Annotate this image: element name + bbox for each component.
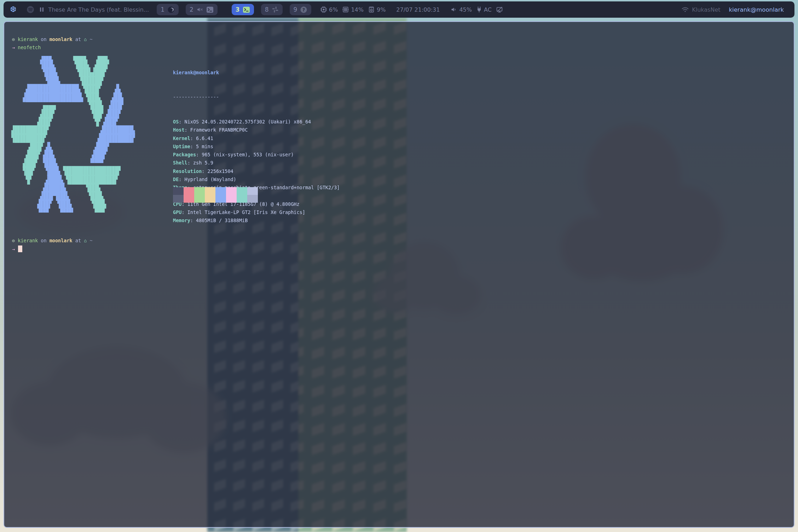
- neofetch-info-line: Kernel: 6.6.41: [173, 134, 340, 143]
- info-label: DE: [173, 177, 179, 182]
- prompt-segment: on: [38, 36, 46, 42]
- neofetch-info-line: DE: Hyprland (Wayland): [173, 175, 340, 184]
- wifi-icon: [681, 6, 689, 13]
- palette-swatch: [215, 195, 226, 203]
- nixos-launcher-icon[interactable]: ❆: [10, 6, 16, 13]
- power-value: AC: [484, 6, 492, 13]
- network-name: KlukasNet: [692, 6, 720, 13]
- prompt-arrow: →: [12, 246, 15, 252]
- prompt-segment: ⌂: [81, 238, 87, 243]
- info-value: : 965 (nix-system), 553 (nix-user): [196, 152, 294, 157]
- bar-right-group: KlukasNet kierank@moonlark: [681, 1, 784, 18]
- info-value: : Framework FRANBMCP0C: [185, 127, 248, 133]
- palette-swatch: [205, 187, 215, 195]
- prompt-segment: ⌂: [81, 36, 87, 42]
- disk-icon: [368, 6, 375, 13]
- neofetch-info-line: GPU: Intel TigerLake-LP GT2 [Iris Xe Gra…: [173, 208, 340, 216]
- status-disk[interactable]: 9%: [368, 6, 386, 13]
- terminal-cursor: [18, 245, 22, 252]
- workspace-pill-3[interactable]: 3: [232, 4, 254, 15]
- status-ram[interactable]: 14%: [342, 6, 364, 13]
- terminal-icon: [206, 6, 214, 13]
- prompt-segment: kierank: [15, 238, 38, 243]
- plug-icon: [476, 6, 482, 13]
- pause-icon[interactable]: [39, 6, 45, 13]
- slack-icon: [272, 6, 279, 13]
- workspace-number: 3: [236, 6, 240, 13]
- info-value: : zsh 5.9: [187, 160, 213, 166]
- palette-swatch: [184, 195, 194, 203]
- workspace-pill-1[interactable]: 1: [157, 4, 179, 15]
- system-meters: 6%14%9%: [320, 6, 386, 13]
- prompt-arrow: →: [12, 45, 15, 50]
- nixos-ascii-logo: ▗▄▄▄ ▗▄▄▄▄ ▄▄▄▖ ▜███▙ ▜███▙ ▟███▛ ▜███▙ …: [11, 52, 135, 216]
- bar-left-group: ❆ These Are The Days (feat. Blessin... 1…: [10, 1, 311, 18]
- info-value: : 5 mins: [190, 144, 213, 149]
- neofetch-underline: ----------------: [173, 93, 340, 101]
- palette-swatch: [226, 195, 237, 203]
- status-value: 6%: [329, 6, 338, 13]
- neofetch-info: kierank@moonlark ---------------- OS: Ni…: [173, 52, 340, 241]
- monitor-off-icon[interactable]: [496, 6, 503, 13]
- info-label: Kernel: [173, 135, 190, 141]
- workspace-number: 8: [265, 6, 269, 13]
- neofetch-info-lines: OS: NixOS 24.05.20240722.575f302 (Uakari…: [173, 118, 340, 225]
- cpu-icon: [320, 6, 327, 13]
- workspace-pill-9[interactable]: 9?: [290, 4, 312, 15]
- prompt-segment: moonlark: [47, 36, 73, 42]
- info-value: : 6.6.41: [190, 135, 213, 141]
- prompt-segment: ~: [87, 36, 92, 42]
- palette-swatch: [226, 187, 237, 195]
- neofetch-title: kierank@moonlark: [173, 69, 340, 77]
- neofetch-info-line: OS: NixOS 24.05.20240722.575f302 (Uakari…: [173, 118, 340, 126]
- workspace-number: 2: [190, 6, 193, 13]
- network-indicator[interactable]: KlukasNet: [681, 6, 720, 13]
- status-cpu[interactable]: 6%: [320, 6, 338, 13]
- info-label: Uptime: [173, 144, 190, 149]
- terminal-window[interactable]: ❆ kierank on moonlark at ⌂ ~ → neofetch …: [4, 21, 794, 528]
- status-bar: ❆ These Are The Days (feat. Blessin... 1…: [4, 1, 794, 18]
- workspace-number: 9: [294, 6, 297, 13]
- info-label: Memory: [173, 218, 190, 223]
- workspace-switcher: 12389?: [157, 4, 311, 15]
- logo-line: ▝▀▀▀ ▀▀▀▀▘ ▀▀▀▘: [11, 208, 135, 216]
- info-label: Packages: [173, 152, 196, 157]
- palette-swatch: [184, 187, 194, 195]
- prompt-segment: ❆: [12, 238, 15, 243]
- terminal-palette-row-bright: [173, 195, 258, 203]
- spotify-icon[interactable]: [26, 5, 35, 14]
- info-value: : 798x532: [202, 168, 233, 174]
- prompt-segment: at: [73, 238, 81, 243]
- power-indicator[interactable]: AC: [476, 6, 492, 13]
- workspace-pill-8[interactable]: 8: [261, 4, 283, 15]
- prompt-segment: kierank: [15, 36, 38, 42]
- neofetch-info-line: Uptime: 5 mins: [173, 143, 340, 151]
- volume-indicator[interactable]: 45%: [450, 6, 472, 13]
- workspace-pill-2[interactable]: 2: [186, 4, 218, 15]
- info-label: OS: [173, 119, 179, 125]
- now-playing-title[interactable]: These Are The Days (feat. Blessin...: [48, 6, 149, 13]
- terminal-palette-row-normal: [173, 187, 258, 195]
- clock[interactable]: 27/07 21:00:31: [396, 6, 440, 13]
- neofetch-info-line: Shell: zsh 5.9: [173, 159, 340, 167]
- info-value: : Hyprland (Wayland): [179, 177, 236, 182]
- command-line-active: →: [12, 245, 22, 253]
- palette-swatch: [194, 187, 205, 195]
- status-value: 14%: [351, 6, 364, 13]
- moon-icon: [167, 6, 175, 13]
- prompt-segment: ❆: [12, 36, 15, 42]
- info-value: : Intel TigerLake-LP GT2 [Iris Xe Graphi…: [181, 209, 305, 215]
- info-label: GPU: [173, 209, 181, 215]
- palette-swatch: [173, 195, 184, 203]
- user-at-host[interactable]: kierank@moonlark: [729, 6, 784, 13]
- question-icon: ?: [300, 6, 307, 13]
- neofetch-info-line: Host: Framework FRANBMCP0C: [173, 126, 340, 134]
- info-value: : 4805MiB / 31888MiB: [190, 218, 248, 223]
- info-label: Host: [173, 127, 185, 133]
- palette-swatch: [237, 195, 247, 203]
- prompt-segment: ~: [87, 238, 92, 243]
- shell-prompt: ❆ kierank on moonlark at ⌂ ~: [12, 35, 93, 44]
- info-label: Shell: [173, 160, 187, 166]
- prompt-segment: on: [38, 238, 46, 243]
- palette-swatch: [237, 187, 247, 195]
